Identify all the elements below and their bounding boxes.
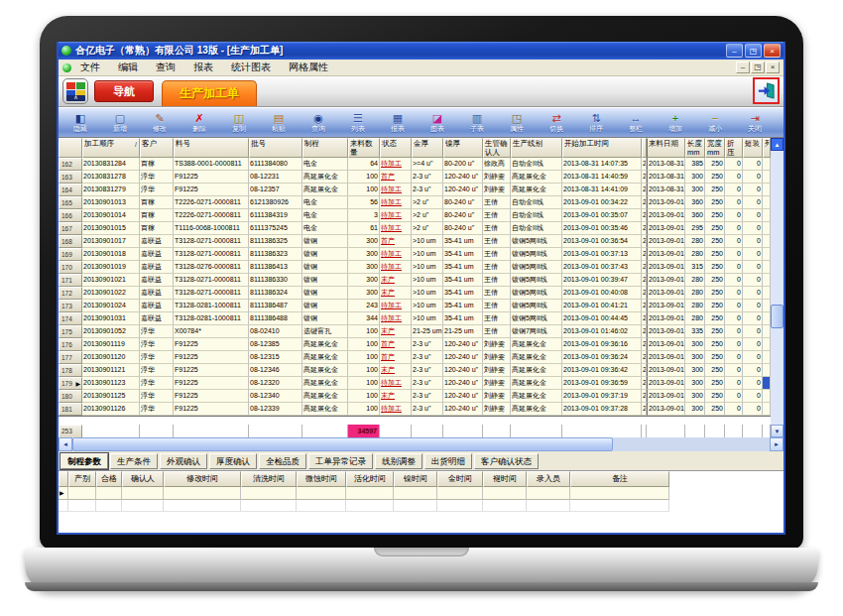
cell-part[interactable]: T1116-0068-1000811 — [174, 222, 249, 235]
cell-short[interactable]: 0 — [743, 209, 763, 222]
cell-ni[interactable]: 120-240 u" — [443, 338, 483, 351]
cell-part[interactable]: T3128-0271-0000811 — [174, 287, 249, 300]
cell-qty[interactable]: 64 — [348, 158, 380, 171]
cell-part[interactable]: F91225 — [174, 390, 249, 403]
cell-lot[interactable]: 08-12320 — [249, 377, 302, 390]
cell-date[interactable]: 2013-09-01 — [647, 364, 685, 377]
cell-status[interactable]: 末产 — [380, 287, 412, 300]
cell-confirmer[interactable]: 王倩 — [483, 248, 511, 261]
cell-short[interactable]: 0 — [743, 222, 763, 235]
cell-fold[interactable]: 0 — [725, 158, 743, 171]
row-number-button[interactable]: 181 — [59, 403, 82, 416]
cell-qty[interactable]: 300 — [348, 235, 380, 248]
cell-customer[interactable]: 淳华 — [140, 403, 174, 416]
cell-customer[interactable]: 淳华 — [140, 390, 174, 403]
cell-ni[interactable]: 35-41 um — [443, 248, 483, 261]
cell-start[interactable]: 2013-09-01 00:41:21 — [562, 300, 642, 312]
cell-ni[interactable]: 120-240 u" — [443, 351, 483, 364]
cell-confirmer[interactable]: 刘静雯 — [483, 171, 511, 184]
cell-qty[interactable]: 100 — [348, 377, 380, 390]
cell-short[interactable]: 0 — [743, 338, 763, 351]
col-header-order[interactable]: 加工顺序/ — [82, 138, 140, 158]
cell-line[interactable]: 镀铜5网II线 — [511, 248, 562, 261]
cell-width[interactable]: 250 — [705, 312, 725, 325]
row-number-button[interactable]: 173 — [59, 300, 82, 312]
row-number-button[interactable]: 178 — [59, 364, 82, 377]
row-number-button[interactable]: 180 — [59, 390, 82, 403]
cell-qty[interactable]: 100 — [348, 390, 380, 403]
cell-length[interactable]: 335 — [685, 325, 705, 338]
bottom-col-header-8[interactable]: 镍时间 — [394, 471, 437, 487]
detail-cell[interactable] — [96, 487, 122, 500]
cell-fold[interactable]: 0 — [725, 261, 743, 274]
cell-date[interactable]: 2013-09-01 — [647, 312, 685, 325]
cell-lot[interactable]: 6121380926 — [249, 196, 302, 209]
bottom-col-header-7[interactable]: 活化时间 — [346, 471, 394, 487]
cell-qty[interactable]: 100 — [348, 338, 380, 351]
cell-start[interactable]: 2013-08-31 14:41:09 — [562, 184, 642, 196]
nav-button[interactable]: 导航 — [94, 80, 154, 102]
detail-cell[interactable]: ▶ — [59, 487, 68, 500]
cell-lot[interactable]: 6111384319 — [249, 209, 302, 222]
cell-confirmer[interactable]: 刘静雯 — [483, 403, 511, 416]
cell-ni[interactable]: 35-41 um — [443, 235, 483, 248]
decrease-icon-button[interactable]: −减小 — [695, 109, 735, 137]
cell-process[interactable]: 镀铜 — [302, 274, 348, 287]
cell-ni[interactable]: 80-200 u" — [443, 158, 483, 171]
cell-start[interactable]: 2013-08-31 14:07:35 — [562, 158, 642, 171]
mdi-minimize-button[interactable]: – — [736, 62, 750, 73]
cell-line[interactable]: 高延展化金 — [511, 171, 562, 184]
cell-part[interactable]: F91225 — [174, 338, 249, 351]
col-header-qty[interactable]: 来料数量 — [348, 138, 380, 158]
col-header-part[interactable]: 料号 — [174, 138, 249, 158]
cell-start[interactable]: 2013-09-01 00:39:47 — [562, 274, 642, 287]
cell-confirmer[interactable]: 刘静雯 — [483, 364, 511, 377]
cell-short[interactable]: 0 — [743, 390, 763, 403]
row-number-button[interactable]: 172 — [59, 287, 82, 300]
cell-lot[interactable]: 8111386330 — [249, 274, 302, 287]
cell-status[interactable]: 首产 — [380, 235, 412, 248]
cell-short[interactable]: 0 — [743, 274, 763, 287]
cell-process[interactable]: 镀铜 — [302, 248, 348, 261]
cell-date[interactable]: 2013-09-01 — [647, 287, 685, 300]
row-number-button[interactable]: 164 — [59, 184, 82, 196]
cell-fold[interactable]: 0 — [725, 222, 743, 235]
copy-icon-button[interactable]: ◫复制 — [219, 109, 259, 137]
cell-au[interactable]: 2-3 u" — [412, 403, 443, 416]
cell-lot[interactable]: 08-12339 — [249, 403, 302, 416]
cell-order[interactable]: 20130901017 — [82, 235, 140, 248]
cell-fold[interactable]: 0 — [725, 248, 743, 261]
cell-customer[interactable]: 淳华 — [140, 325, 174, 338]
cell-qty[interactable]: 100 — [348, 351, 380, 364]
cell-start[interactable]: 2013-09-01 09:37:28 — [562, 403, 642, 416]
cell-process[interactable]: 电金 — [302, 222, 348, 235]
cell-au[interactable]: >10 um — [412, 287, 443, 300]
cell-extra[interactable] — [763, 300, 771, 312]
cell-process[interactable]: 电金 — [302, 209, 348, 222]
col-header-line[interactable]: 生产线别 — [511, 138, 562, 158]
cell-ni[interactable]: 35-41 um — [443, 287, 483, 300]
row-number-button[interactable]: 179▶ — [59, 377, 82, 390]
cell-length[interactable]: 295 — [685, 222, 705, 235]
cell-line[interactable]: 自动金II线 — [511, 222, 562, 235]
cell-lot[interactable]: 08-12357 — [249, 184, 302, 196]
cell-qty[interactable]: 300 — [348, 248, 380, 261]
cell-au[interactable]: >=4 u" — [412, 158, 443, 171]
summary-row-number[interactable]: 253 — [59, 425, 82, 438]
cell-fold[interactable]: 0 — [725, 196, 743, 209]
cell-status[interactable]: 待加工 — [380, 300, 412, 312]
cell-part[interactable]: F91225 — [174, 171, 249, 184]
cell-au[interactable]: 2-3 u" — [412, 171, 443, 184]
cell-length[interactable]: 300 — [685, 390, 705, 403]
cell-date[interactable]: 2013-09-01 — [647, 325, 685, 338]
cell-customer[interactable]: 嘉联益 — [140, 312, 174, 325]
cell-fold[interactable]: 0 — [725, 209, 743, 222]
cell-confirmer[interactable]: 王倩 — [483, 222, 511, 235]
cell-length[interactable]: 360 — [685, 196, 705, 209]
cell-customer[interactable]: 嘉联益 — [140, 261, 174, 274]
cell-line[interactable]: 镀铜5网II线 — [511, 312, 562, 325]
cell-lot[interactable]: 8111386488 — [249, 312, 302, 325]
cell-part[interactable]: T3128-0271-0000811 — [174, 274, 249, 287]
mdi-close-button[interactable]: × — [766, 62, 780, 73]
cell-au[interactable]: 2-3 u" — [412, 184, 443, 196]
